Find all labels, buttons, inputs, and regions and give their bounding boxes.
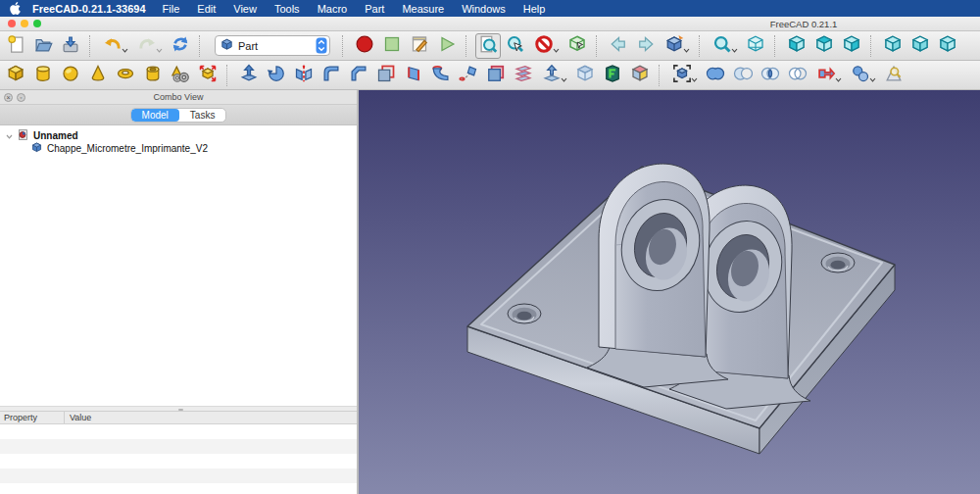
tab-tasks[interactable]: Tasks	[179, 109, 226, 122]
refresh-button[interactable]	[168, 33, 193, 59]
macro-record-button[interactable]	[352, 33, 377, 59]
menu-windows[interactable]: Windows	[453, 3, 514, 15]
dropdown-chevron-icon	[683, 48, 690, 53]
view-left-button[interactable]	[935, 33, 960, 59]
navigate-forward-button[interactable]	[633, 33, 659, 59]
part-box-button[interactable]	[3, 63, 28, 88]
view-top-icon	[814, 34, 834, 58]
undo-button[interactable]	[99, 33, 131, 59]
save-document-button[interactable]	[58, 33, 83, 59]
menu-part[interactable]: Part	[356, 3, 393, 15]
view-axonometric-cube-button[interactable]	[743, 33, 768, 59]
tree-expander-icon[interactable]	[6, 130, 13, 141]
mirror-button[interactable]	[291, 63, 317, 88]
close-window-button[interactable]	[8, 20, 16, 27]
fillet-button[interactable]	[318, 63, 344, 88]
fillet-icon	[321, 64, 341, 87]
panel-float-icon[interactable]: ◦	[17, 93, 25, 102]
combo-stepper-icon[interactable]	[316, 37, 327, 54]
part-torus-icon	[116, 64, 135, 87]
property-column-header[interactable]: Property	[0, 412, 65, 423]
view-isometric-button[interactable]	[661, 33, 693, 59]
boolean-operation-button[interactable]	[785, 63, 810, 88]
tree-item[interactable]: Unnamed	[0, 129, 357, 142]
macro-stop-button[interactable]	[379, 33, 405, 59]
3d-viewport[interactable]	[359, 90, 980, 494]
projection-on-surface-button[interactable]	[600, 63, 625, 88]
part-cone-icon	[88, 64, 108, 87]
boolean-union-button[interactable]	[703, 63, 728, 88]
view-isometric-icon	[664, 34, 684, 58]
menu-help[interactable]: Help	[514, 3, 555, 15]
section-button[interactable]	[483, 63, 509, 88]
box-selection-button[interactable]	[564, 33, 590, 59]
macro-execute-button[interactable]	[434, 33, 460, 59]
macro-edit-button[interactable]	[407, 33, 432, 59]
fit-all-button[interactable]	[475, 33, 501, 59]
panel-splitter[interactable]	[0, 406, 357, 412]
part-primitives-button[interactable]	[168, 63, 193, 88]
zoom-button[interactable]	[709, 33, 741, 59]
sweep-button[interactable]	[456, 63, 481, 88]
part-tube-button[interactable]	[140, 63, 166, 88]
navigate-back-button[interactable]	[606, 33, 631, 59]
menu-file[interactable]: File	[154, 3, 189, 15]
panel-title: Combo View	[154, 92, 204, 102]
view-right-button[interactable]	[839, 33, 864, 59]
toolbar-separator	[89, 35, 93, 57]
thickness-button[interactable]	[572, 63, 598, 88]
cross-sections-button[interactable]	[511, 63, 536, 88]
toolbar-separator	[342, 35, 346, 57]
connect-objects-button[interactable]	[812, 63, 845, 88]
chamfer-button[interactable]	[346, 63, 371, 88]
part-torus-button[interactable]	[113, 63, 138, 88]
minimize-window-button[interactable]	[21, 20, 28, 27]
part-cylinder-button[interactable]	[30, 63, 56, 88]
view-bottom-button[interactable]	[907, 33, 933, 59]
view-rear-button[interactable]	[880, 33, 906, 59]
part-cube-icon	[30, 141, 43, 156]
workbench-selector[interactable]: Part	[215, 35, 330, 56]
open-document-button[interactable]	[30, 33, 56, 59]
part-sphere-button[interactable]	[58, 63, 83, 88]
extrude-button[interactable]	[236, 63, 262, 88]
view-top-button[interactable]	[811, 33, 837, 59]
tab-model[interactable]: Model	[131, 109, 179, 122]
compound-button[interactable]	[668, 63, 701, 88]
menu-tools[interactable]: Tools	[266, 3, 309, 15]
menu-app-name[interactable]: FreeCAD-0.21.1-33694	[30, 3, 154, 15]
property-table-rows[interactable]	[0, 424, 357, 494]
window-title-bar[interactable]: FreeCAD 0.21.1	[0, 17, 980, 31]
apple-icon[interactable]	[10, 2, 21, 15]
ruled-surface-button[interactable]	[401, 63, 426, 88]
redo-button[interactable]	[133, 33, 166, 59]
mounting-hole-right	[821, 253, 855, 272]
fit-selection-button[interactable]	[503, 33, 528, 59]
boolean-common-button[interactable]	[758, 63, 783, 88]
tree-item[interactable]: Chappe_Micrometre_Imprimante_V2	[0, 142, 357, 155]
menu-view[interactable]: View	[224, 3, 266, 15]
make-face-button[interactable]	[373, 63, 399, 88]
color-per-face-button[interactable]	[627, 63, 653, 88]
menu-edit[interactable]: Edit	[188, 3, 224, 15]
shape-builder-button[interactable]	[195, 63, 220, 88]
menu-macro[interactable]: Macro	[309, 3, 357, 15]
offset-button[interactable]	[538, 63, 570, 88]
cross-sections-icon	[514, 64, 533, 87]
value-column-header[interactable]: Value	[65, 412, 91, 423]
defeaturing-button[interactable]	[881, 63, 906, 88]
view-front-button[interactable]	[784, 33, 809, 59]
part-cone-button[interactable]	[85, 63, 111, 88]
revolve-button[interactable]	[264, 63, 289, 88]
navigation-style-button[interactable]	[530, 33, 563, 59]
panel-close-icon[interactable]: ×	[4, 93, 13, 102]
dropdown-chevron-icon	[553, 48, 560, 53]
boolean-cut-button[interactable]	[730, 63, 756, 88]
model-part[interactable]	[467, 164, 895, 454]
new-document-button[interactable]	[3, 33, 28, 59]
split-objects-button[interactable]	[847, 63, 879, 88]
sweep-icon	[459, 64, 478, 87]
menu-measure[interactable]: Measure	[393, 3, 453, 15]
loft-button[interactable]	[428, 63, 454, 88]
zoom-window-button[interactable]	[33, 20, 41, 27]
